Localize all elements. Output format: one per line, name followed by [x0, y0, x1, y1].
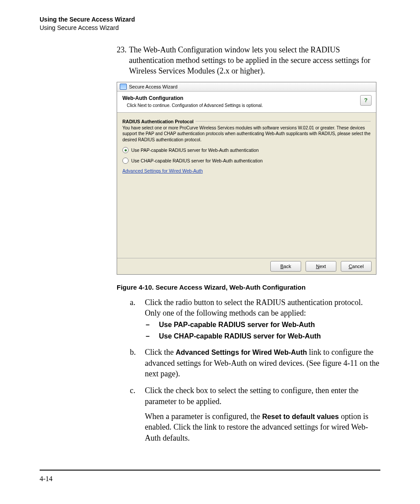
help-button[interactable]: ? [360, 95, 372, 106]
item-b-bold: Advanced Settings for Wired Web-Auth [176, 349, 307, 356]
wizard-titlebar: Secure Access Wizard [117, 82, 376, 92]
item-c-text2-bold: Reset to default values [262, 413, 339, 420]
radio-chap-row[interactable]: Use CHAP-capable RADIUS server for Web-A… [122, 158, 371, 164]
step-text: The Web-Auth Configuration window lets y… [129, 44, 380, 77]
wizard-panel-subtitle: Click Next to continue. Configuration of… [127, 103, 371, 108]
item-b-label: b. [130, 347, 145, 379]
footer-rule [40, 470, 380, 471]
radio-pap[interactable] [122, 147, 129, 153]
wizard-header-panel: Web-Auth Configuration Click Next to con… [117, 92, 376, 113]
monitor-icon [120, 84, 127, 90]
item-a-dash1-text: Use PAP-capable RADIUS server for Web-Au… [159, 320, 315, 330]
dash-icon: – [145, 320, 159, 330]
item-a-text: Click the radio button to select the RAD… [145, 298, 363, 317]
instruction-list: a. Click the radio button to select the … [130, 297, 380, 443]
item-b: b. Click the Advanced Settings for Wired… [130, 347, 380, 379]
header-subtitle: Using Secure Access Wizard [40, 24, 380, 32]
item-c-label: c. [130, 385, 145, 443]
cancel-button[interactable]: Cancel [341, 261, 372, 272]
groupbox-title: RADIUS Authentication Protocol [122, 119, 195, 124]
advanced-settings-link[interactable]: Advanced Settings for Wired Web-Auth [122, 168, 203, 173]
wizard-footer: Back Next Cancel [117, 258, 376, 274]
next-rest: ext [320, 264, 326, 269]
step-number: 23. [117, 44, 129, 77]
item-c-text2-pre: When a parameter is configured, the [145, 412, 262, 421]
help-icon: ? [364, 97, 368, 103]
wizard-panel-title: Web-Auth Configuration [122, 95, 371, 101]
step-23: 23. The Web-Auth Configuration window le… [117, 44, 380, 77]
cancel-underline: C [349, 264, 352, 269]
radio-pap-row[interactable]: Use PAP-capable RADIUS server for Web-Au… [122, 147, 371, 153]
back-rest: ack [284, 264, 291, 269]
header-title: Using the Secure Access Wizard [40, 15, 380, 24]
item-a-dash2-text: Use CHAP-capable RADIUS server for Web-A… [159, 331, 321, 341]
radio-chap-label: Use CHAP-capable RADIUS server for Web-A… [131, 158, 263, 163]
item-a-dash1: – Use PAP-capable RADIUS server for Web-… [145, 320, 380, 330]
wizard-window: Secure Access Wizard Web-Auth Configurat… [117, 82, 376, 275]
back-button[interactable]: Back [270, 261, 301, 272]
radio-chap[interactable] [122, 158, 129, 164]
next-underline: N [316, 264, 320, 269]
item-a: a. Click the radio button to select the … [130, 297, 380, 341]
cancel-rest: ancel [352, 264, 364, 269]
page-header: Using the Secure Access Wizard Using Sec… [40, 15, 380, 32]
figure-caption: Figure 4-10. Secure Access Wizard, Web-A… [117, 283, 380, 291]
groupbox-description: You have select one or more ProCurve Wir… [122, 125, 371, 143]
item-b-pre: Click the [145, 348, 176, 357]
radio-pap-label: Use PAP-capable RADIUS server for Web-Au… [131, 147, 259, 153]
next-button[interactable]: Next [306, 261, 336, 272]
radius-groupbox: RADIUS Authentication Protocol You have … [122, 117, 371, 174]
wizard-body: RADIUS Authentication Protocol You have … [117, 113, 376, 258]
item-c-text1: Click the check box to select the settin… [145, 385, 380, 407]
item-c: c. Click the check box to select the set… [130, 385, 380, 443]
item-a-dash2: – Use CHAP-capable RADIUS server for Web… [145, 331, 380, 341]
dash-icon: – [145, 331, 159, 341]
back-underline: B [280, 264, 284, 269]
item-a-label: a. [130, 297, 145, 341]
page-number: 4-14 [40, 475, 380, 483]
wizard-window-title: Secure Access Wizard [129, 84, 177, 89]
